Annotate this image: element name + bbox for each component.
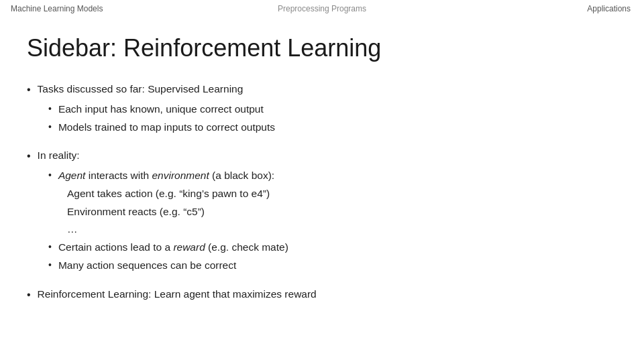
- bullet-text-input: Each input has known, unique correct out…: [58, 101, 264, 118]
- bullet-section-1: • Tasks discussed so far: Supervised Lea…: [27, 81, 617, 135]
- bullet-marker-7: •: [48, 257, 52, 272]
- bullet-l1-reality: • In reality:: [27, 147, 617, 165]
- certain-actions-text: Certain actions lead to a: [58, 241, 173, 253]
- bullet-l1-supervised: • Tasks discussed so far: Supervised Lea…: [27, 81, 617, 99]
- agent-italic: Agent: [58, 170, 86, 181]
- bullet-text-reality: In reality:: [38, 147, 80, 164]
- bullet-marker-4: •: [27, 147, 31, 165]
- reward-italic: reward: [173, 241, 205, 253]
- bullet-l2-many: • Many action sequences can be correct: [48, 257, 617, 274]
- bullet-marker-1: •: [27, 81, 31, 99]
- bullet-text-rl: Reinforcement Learning: Learn agent that…: [38, 286, 317, 303]
- bullet-section-2: • In reality: • Agent interacts with env…: [27, 147, 617, 274]
- bullet-marker-3: •: [48, 119, 52, 134]
- interacts-text: interacts with: [85, 170, 152, 181]
- env-reacts-text: Environment reacts (e.g. “c5”): [67, 204, 617, 221]
- bullet-marker-2: •: [48, 101, 52, 116]
- bullet-l2-agent: • Agent interacts with environment (a bl…: [48, 168, 617, 184]
- environment-italic: environment: [152, 170, 209, 181]
- bullet-text-agent-line: Agent interacts with environment (a blac…: [58, 168, 274, 184]
- agent-takes-text: Agent takes action (e.g. “king’s pawn to…: [67, 186, 617, 202]
- bullet-marker-8: •: [27, 286, 31, 304]
- bullet-l1-rl: • Reinforcement Learning: Learn agent th…: [27, 286, 617, 304]
- bullet-section-3: • Reinforcement Learning: Learn agent th…: [27, 286, 617, 304]
- interacts-suffix: (a black box):: [209, 170, 274, 181]
- bullet-text-certain: Certain actions lead to a reward (e.g. c…: [58, 239, 288, 256]
- bullet-text-many: Many action sequences can be correct: [58, 257, 236, 274]
- slide-content: Sidebar: Reinforcement Learning • Tasks …: [0, 0, 644, 362]
- slide-title: Sidebar: Reinforcement Learning: [27, 34, 617, 62]
- bullet-text-supervised: Tasks discussed so far: Supervised Learn…: [38, 81, 244, 98]
- bullet-marker-6: •: [48, 239, 52, 254]
- ellipsis-text: …: [67, 221, 617, 238]
- content-body: • Tasks discussed so far: Supervised Lea…: [27, 81, 617, 303]
- bullet-text-models: Models trained to map inputs to correct …: [58, 119, 275, 136]
- bullet-l2-input: • Each input has known, unique correct o…: [48, 101, 617, 118]
- certain-suffix-text: (e.g. check mate): [205, 241, 288, 253]
- bullet-l2-models: • Models trained to map inputs to correc…: [48, 119, 617, 136]
- bullet-l2-certain: • Certain actions lead to a reward (e.g.…: [48, 239, 617, 256]
- bullet-marker-5: •: [48, 168, 52, 182]
